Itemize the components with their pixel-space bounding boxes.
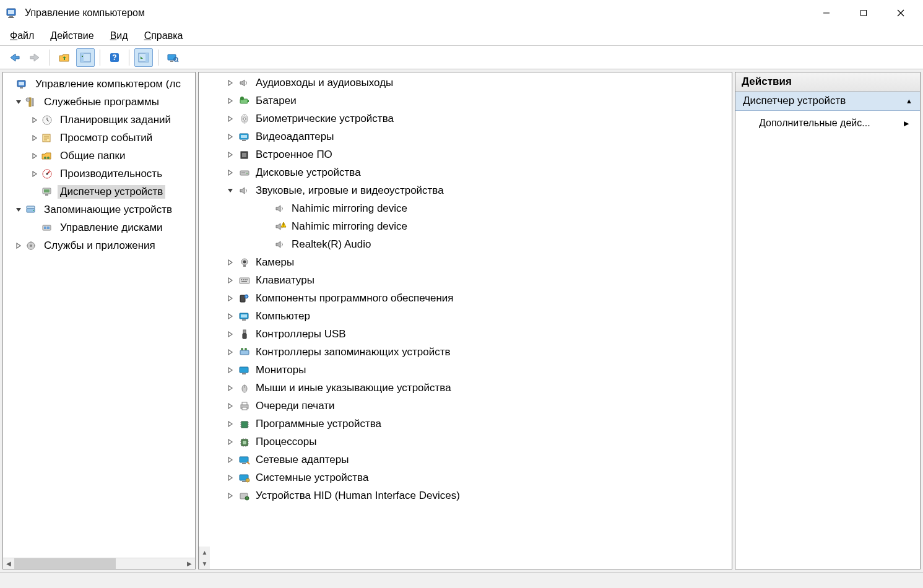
expander-icon[interactable]	[227, 80, 237, 86]
device-item[interactable]: Видеоадаптеры	[199, 128, 732, 145]
device-item[interactable]: Контроллеры запоминающих устройств	[199, 343, 732, 361]
expander-icon[interactable]	[227, 188, 237, 194]
disk-mgmt-icon	[40, 221, 54, 235]
device-item[interactable]: Дисковые устройства	[199, 163, 732, 181]
expander-icon[interactable]	[227, 259, 237, 266]
expander-icon[interactable]	[6, 80, 14, 89]
tree-item[interactable]: Производительность	[3, 165, 195, 183]
device-item[interactable]: Компьютер	[199, 307, 732, 325]
device-item[interactable]: Камеры	[199, 253, 732, 271]
scan-hardware-button[interactable]	[163, 48, 182, 67]
device-item[interactable]: !Nahimic mirroring device	[199, 217, 732, 235]
tree-item[interactable]: Служебные программы	[3, 93, 195, 111]
device-item[interactable]: Звуковые, игровые и видеоустройства	[199, 181, 732, 199]
expander-icon[interactable]	[227, 331, 237, 337]
tree-item[interactable]: Управление компьютером (лс	[3, 75, 195, 93]
submenu-arrow-icon: ▶	[904, 119, 909, 128]
menu-action[interactable]: Действие	[48, 28, 96, 43]
menu-help[interactable]: Справка	[142, 28, 186, 43]
expander-icon[interactable]	[14, 205, 23, 214]
expander-icon[interactable]	[227, 403, 237, 409]
expander-icon[interactable]	[227, 152, 237, 158]
expander-icon[interactable]	[227, 277, 237, 283]
device-item[interactable]: Мыши и иные указывающие устройства	[199, 379, 732, 397]
tree-item[interactable]: Службы и приложения	[3, 236, 195, 254]
tree-item[interactable]: Запоминающие устройств	[3, 201, 195, 218]
expander-icon[interactable]	[30, 223, 39, 232]
menu-view[interactable]: Вид	[108, 28, 131, 43]
expander-icon[interactable]	[30, 152, 39, 160]
expander-icon[interactable]	[227, 385, 237, 391]
scroll-track[interactable]	[14, 558, 184, 569]
device-item[interactable]: Процессоры	[199, 433, 732, 451]
expander-icon[interactable]	[227, 313, 237, 319]
expander-icon[interactable]	[227, 98, 237, 104]
device-item[interactable]: Аудиовходы и аудиовыходы	[199, 74, 732, 92]
expander-icon[interactable]	[227, 116, 237, 122]
device-item[interactable]: Системные устройства	[199, 469, 732, 486]
tree-item[interactable]: Диспетчер устройств	[3, 183, 195, 201]
device-item[interactable]: Очереди печати	[199, 397, 732, 415]
device-item[interactable]: Сетевые адаптеры	[199, 451, 732, 469]
expander-icon[interactable]	[30, 170, 39, 178]
expander-icon[interactable]	[227, 170, 237, 176]
action-more[interactable]: Дополнительные дейс... ▶	[735, 115, 920, 132]
device-item[interactable]: +Компоненты программного обеспечения	[199, 289, 732, 307]
expander-icon[interactable]	[227, 134, 237, 140]
menu-file[interactable]: Файл	[7, 28, 37, 43]
device-tree[interactable]: Аудиовходы и аудиовыходыБатареиБиометрич…	[199, 72, 732, 547]
back-button[interactable]	[5, 48, 24, 67]
expander-icon[interactable]	[227, 457, 237, 463]
expander-icon[interactable]	[30, 188, 39, 196]
svg-point-83	[245, 348, 247, 350]
expander-icon[interactable]	[227, 475, 237, 481]
vscrollbar[interactable]: ▲ ▼	[199, 547, 210, 569]
tree-item[interactable]: Общие папки	[3, 147, 195, 165]
scroll-thumb[interactable]	[14, 558, 116, 569]
minimize-button[interactable]	[808, 0, 845, 26]
svg-rect-20	[19, 82, 24, 85]
device-item[interactable]: Биометрические устройства	[199, 110, 732, 128]
svg-rect-21	[20, 87, 23, 89]
expander-icon[interactable]	[14, 241, 23, 250]
console-tree[interactable]: Управление компьютером (лсСлужебные прог…	[3, 72, 195, 558]
device-item[interactable]: Nahimic mirroring device	[199, 199, 732, 217]
device-item[interactable]: Клавиатуры	[199, 271, 732, 289]
computer-mgmt-icon	[15, 77, 29, 91]
action-label: Дополнительные дейс...	[759, 118, 870, 129]
show-hide-tree-button[interactable]	[76, 48, 95, 67]
expander-icon[interactable]	[227, 295, 237, 301]
forward-button[interactable]	[26, 48, 45, 67]
device-item[interactable]: Программные устройства	[199, 415, 732, 433]
expander-icon[interactable]	[227, 367, 237, 373]
expander-icon[interactable]	[30, 116, 39, 124]
expander-icon[interactable]	[227, 439, 237, 445]
tree-item[interactable]: Планировщик заданий	[3, 111, 195, 129]
device-item[interactable]: Батареи	[199, 92, 732, 110]
close-button[interactable]	[882, 0, 919, 26]
device-item[interactable]: Устройства HID (Human Interface Devices)	[199, 486, 732, 504]
hscrollbar[interactable]: ◀ ▶	[3, 558, 195, 569]
svg-line-18	[177, 61, 178, 62]
maximize-button[interactable]	[845, 0, 882, 26]
up-level-button[interactable]	[55, 48, 74, 67]
svg-rect-66	[243, 265, 246, 267]
device-item[interactable]: Встроенное ПО	[199, 145, 732, 163]
expander-icon[interactable]	[14, 98, 23, 106]
expander-icon[interactable]	[30, 134, 39, 142]
expander-icon[interactable]	[227, 493, 237, 499]
scroll-down-icon[interactable]: ▼	[199, 558, 210, 569]
show-hide-actions-button[interactable]	[134, 48, 153, 67]
device-item[interactable]: Контроллеры USB	[199, 325, 732, 343]
device-item[interactable]: Мониторы	[199, 361, 732, 379]
help-button[interactable]: ?	[105, 48, 124, 67]
expander-icon[interactable]	[227, 421, 237, 427]
device-item[interactable]: Realtek(R) Audio	[199, 235, 732, 253]
tree-item[interactable]: Просмотр событий	[3, 129, 195, 147]
expander-icon[interactable]	[227, 349, 237, 355]
scroll-left-icon[interactable]: ◀	[3, 558, 14, 569]
scroll-right-icon[interactable]: ▶	[184, 558, 195, 569]
scroll-up-icon[interactable]: ▲	[199, 547, 210, 558]
tree-item[interactable]: Управление дисками	[3, 218, 195, 236]
actions-section-header[interactable]: Диспетчер устройств ▲	[735, 92, 920, 111]
